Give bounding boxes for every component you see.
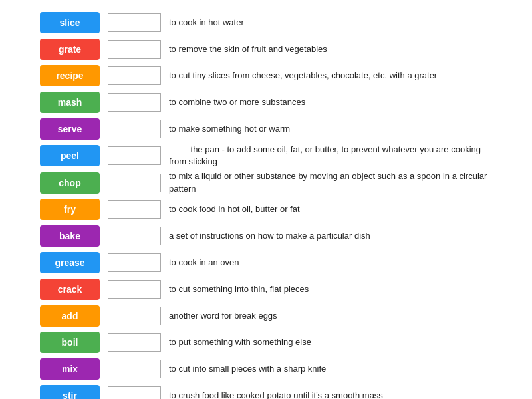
answer-input-9[interactable] bbox=[108, 253, 161, 272]
table-row: boilto put something with something else bbox=[40, 331, 492, 354]
word-button-fry[interactable]: fry bbox=[40, 199, 100, 220]
word-button-stir[interactable]: stir bbox=[40, 385, 100, 399]
word-button-bake[interactable]: bake bbox=[40, 225, 100, 247]
word-button-mash[interactable]: mash bbox=[40, 92, 100, 113]
answer-input-8[interactable] bbox=[108, 227, 161, 245]
definition-text: to cut tiny slices from cheese, vegetabl… bbox=[169, 70, 492, 82]
definition-text: to combine two or more substances bbox=[169, 96, 492, 108]
word-button-mix[interactable]: mix bbox=[40, 358, 100, 380]
definition-text: a set of instructions on how to make a p… bbox=[169, 230, 492, 242]
main-container: sliceto cook in hot watergrateto remove … bbox=[0, 0, 532, 399]
answer-input-0[interactable] bbox=[108, 13, 161, 32]
table-row: bakea set of instructions on how to make… bbox=[40, 224, 492, 248]
definition-text: to put something with something else bbox=[169, 336, 492, 348]
word-button-boil[interactable]: boil bbox=[40, 332, 100, 353]
table-row: sliceto cook in hot water bbox=[40, 11, 492, 35]
word-button-serve[interactable]: serve bbox=[40, 118, 100, 140]
definition-text: ____ the pan - to add some oil, fat, or … bbox=[169, 144, 492, 168]
word-button-crack[interactable]: crack bbox=[40, 279, 100, 300]
answer-input-11[interactable] bbox=[108, 307, 161, 325]
definition-text: to cook in hot water bbox=[169, 17, 492, 29]
table-row: mixto cut into small pieces with a sharp… bbox=[40, 357, 492, 381]
word-button-grate[interactable]: grate bbox=[40, 39, 100, 60]
answer-input-7[interactable] bbox=[108, 200, 161, 219]
answer-input-10[interactable] bbox=[108, 280, 161, 299]
table-row: grateto remove the skin of fruit and veg… bbox=[40, 37, 492, 61]
answer-input-4[interactable] bbox=[108, 120, 161, 138]
answer-input-2[interactable] bbox=[108, 66, 161, 85]
definition-text: to crush food like cooked potato until i… bbox=[169, 390, 492, 399]
table-row: fryto cook food in hot oil, butter or fa… bbox=[40, 198, 492, 221]
definition-text: to cook food in hot oil, butter or fat bbox=[169, 203, 492, 215]
table-row: greaseto cook in an oven bbox=[40, 251, 492, 275]
word-button-add[interactable]: add bbox=[40, 305, 100, 327]
answer-input-5[interactable] bbox=[108, 146, 161, 165]
table-row: chopto mix a liquid or other substance b… bbox=[40, 170, 492, 194]
definition-text: to cut something into thin, flat pieces bbox=[169, 283, 492, 295]
answer-input-6[interactable] bbox=[108, 174, 161, 192]
table-row: peel____ the pan - to add some oil, fat,… bbox=[40, 144, 492, 168]
rows-container: sliceto cook in hot watergrateto remove … bbox=[40, 11, 492, 399]
table-row: recipeto cut tiny slices from cheese, ve… bbox=[40, 64, 492, 88]
definition-text: another word for break eggs bbox=[169, 310, 492, 322]
table-row: stirto crush food like cooked potato unt… bbox=[40, 384, 492, 399]
definition-text: to cut into small pieces with a sharp kn… bbox=[169, 363, 492, 375]
answer-input-12[interactable] bbox=[108, 333, 161, 352]
word-button-slice[interactable]: slice bbox=[40, 12, 100, 33]
answer-input-14[interactable] bbox=[108, 386, 161, 399]
answer-input-13[interactable] bbox=[108, 360, 161, 378]
definition-text: to remove the skin of fruit and vegetabl… bbox=[169, 43, 492, 55]
table-row: crackto cut something into thin, flat pi… bbox=[40, 277, 492, 301]
word-button-chop[interactable]: chop bbox=[40, 172, 100, 194]
table-row: serveto make something hot or warm bbox=[40, 117, 492, 141]
answer-input-1[interactable] bbox=[108, 40, 161, 59]
definition-text: to cook in an oven bbox=[169, 257, 492, 269]
answer-input-3[interactable] bbox=[108, 93, 161, 112]
word-button-grease[interactable]: grease bbox=[40, 252, 100, 273]
word-button-peel[interactable]: peel bbox=[40, 145, 100, 166]
table-row: addanother word for break eggs bbox=[40, 304, 492, 328]
definition-text: to mix a liquid or other substance by mo… bbox=[169, 170, 492, 194]
word-button-recipe[interactable]: recipe bbox=[40, 65, 100, 86]
definition-text: to make something hot or warm bbox=[169, 123, 492, 135]
table-row: mashto combine two or more substances bbox=[40, 90, 492, 114]
